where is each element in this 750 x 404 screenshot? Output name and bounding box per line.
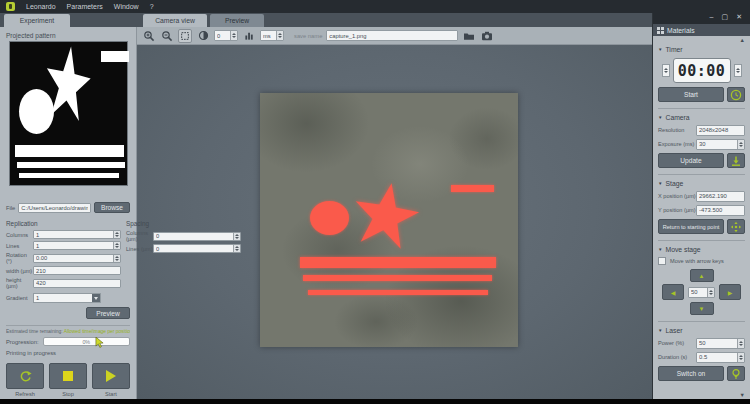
file-path-input[interactable] xyxy=(19,205,90,211)
menu-item-parameters[interactable]: Parameters xyxy=(67,0,103,13)
materials-title: Materials xyxy=(667,27,695,34)
power-field[interactable] xyxy=(696,338,745,349)
duration-field[interactable] xyxy=(696,352,745,363)
spinner-control[interactable] xyxy=(707,288,714,297)
tab-experiment[interactable]: Experiment xyxy=(4,14,70,27)
arrow-keys-checkbox[interactable] xyxy=(658,257,666,265)
power-input[interactable] xyxy=(697,340,737,346)
spinner-control[interactable] xyxy=(233,245,240,252)
tab-camera-view[interactable]: Camera view xyxy=(143,14,207,27)
laser-section-header[interactable]: ▼ Laser xyxy=(658,327,745,334)
spinner-control[interactable] xyxy=(276,31,283,40)
height-input[interactable] xyxy=(34,280,120,286)
histogram-button[interactable] xyxy=(242,29,256,43)
height-field[interactable] xyxy=(33,279,121,288)
spinner-control[interactable] xyxy=(737,353,744,362)
spinner-control[interactable] xyxy=(233,233,240,240)
camera-section-header[interactable]: ▼ Camera xyxy=(658,114,745,121)
exposure-ms-input[interactable] xyxy=(697,141,737,147)
timer-seconds-spinner[interactable] xyxy=(734,64,742,77)
refresh-button[interactable] xyxy=(6,363,44,389)
move-left-button[interactable]: ◀ xyxy=(662,284,684,300)
lines-field[interactable] xyxy=(33,241,121,250)
laser-bulb-button[interactable] xyxy=(727,366,745,381)
x-position-field[interactable] xyxy=(696,191,745,202)
timer-clock-button[interactable] xyxy=(727,87,745,102)
return-start-button[interactable]: Return to starting point xyxy=(658,219,724,234)
scroll-up-button[interactable]: ▲ xyxy=(658,37,745,44)
spinner-control[interactable] xyxy=(113,242,120,249)
spinner-control[interactable] xyxy=(737,140,744,149)
lines-input[interactable] xyxy=(34,243,113,249)
spacing-lines-input[interactable] xyxy=(154,246,233,252)
menu-item-window[interactable]: Window xyxy=(114,0,139,13)
laser-switch-button[interactable]: Switch on xyxy=(658,366,724,381)
browse-button[interactable]: Browse xyxy=(94,202,130,213)
roi-selection-button[interactable] xyxy=(178,29,192,43)
file-path-field[interactable] xyxy=(18,203,91,213)
timer-section-header[interactable]: ▼ Timer xyxy=(658,46,745,53)
spacing-lines-field[interactable] xyxy=(153,244,241,253)
contrast-button[interactable] xyxy=(196,29,210,43)
open-folder-button[interactable] xyxy=(462,29,476,43)
exposure-input[interactable] xyxy=(261,33,276,39)
close-button[interactable]: ✕ xyxy=(736,13,742,20)
zoom-in-button[interactable] xyxy=(142,29,156,43)
tab-preview[interactable]: Preview xyxy=(210,14,264,27)
app-icon[interactable] xyxy=(6,2,15,11)
resolution-input[interactable] xyxy=(697,127,744,133)
timer-start-button[interactable]: Start xyxy=(658,87,724,102)
zoom-out-button[interactable] xyxy=(160,29,174,43)
x-position-input[interactable] xyxy=(697,193,744,199)
scroll-down-button[interactable]: ▼ xyxy=(658,392,745,399)
camera-star-shape xyxy=(351,180,421,250)
move-right-button[interactable]: ▶ xyxy=(719,284,741,300)
menu-item-leonardo[interactable]: Leonardo xyxy=(26,0,56,13)
y-position-field[interactable] xyxy=(696,205,745,216)
folder-icon xyxy=(463,30,475,42)
spinner-control[interactable] xyxy=(230,31,237,40)
rotation-input[interactable] xyxy=(34,255,113,261)
filename-field[interactable] xyxy=(326,30,458,41)
start-print-button[interactable] xyxy=(92,363,130,389)
exposure-field[interactable] xyxy=(260,30,284,41)
timer-minutes-spinner[interactable] xyxy=(662,64,670,77)
stop-button[interactable] xyxy=(49,363,87,389)
stage-section-header[interactable]: ▼ Stage xyxy=(658,180,745,187)
columns-input[interactable] xyxy=(34,232,113,238)
spacing-columns-input[interactable] xyxy=(154,233,233,239)
move-down-button[interactable]: ▼ xyxy=(690,302,714,315)
move-up-button[interactable]: ▲ xyxy=(690,269,714,282)
columns-field[interactable] xyxy=(33,230,121,239)
filename-input[interactable] xyxy=(327,33,457,39)
rotation-field[interactable] xyxy=(33,254,121,263)
pattern-bar-shape xyxy=(19,173,119,178)
camera-icon xyxy=(481,30,493,42)
update-button[interactable]: Update xyxy=(658,153,724,168)
resolution-field[interactable] xyxy=(696,125,745,136)
width-field[interactable] xyxy=(33,266,121,275)
menu-item-help[interactable]: ? xyxy=(150,0,154,13)
move-stage-title: Move stage xyxy=(665,246,700,253)
minimize-button[interactable]: – xyxy=(710,13,714,20)
spinner-control[interactable] xyxy=(113,231,120,238)
capture-button[interactable] xyxy=(480,29,494,43)
gradient-select[interactable]: 1 xyxy=(33,293,101,303)
exposure-ms-field[interactable] xyxy=(696,139,745,150)
step-size-input[interactable] xyxy=(689,289,707,295)
brightness-input[interactable] xyxy=(215,33,230,39)
brightness-field[interactable] xyxy=(214,30,238,41)
move-stage-section-header[interactable]: ▼ Move stage xyxy=(658,246,745,253)
preview-button[interactable]: Preview xyxy=(86,307,130,319)
duration-input[interactable] xyxy=(697,354,737,360)
camera-update-icon-button[interactable] xyxy=(727,153,745,168)
y-position-input[interactable] xyxy=(697,207,744,213)
materials-panel-header[interactable]: Materials xyxy=(653,24,750,36)
spinner-control[interactable] xyxy=(737,339,744,348)
maximize-button[interactable]: ▢ xyxy=(722,13,729,20)
spacing-columns-field[interactable] xyxy=(153,232,241,241)
spinner-control[interactable] xyxy=(113,255,120,262)
width-input[interactable] xyxy=(34,268,120,274)
move-home-button[interactable] xyxy=(727,219,745,234)
step-size-field[interactable] xyxy=(688,287,715,298)
